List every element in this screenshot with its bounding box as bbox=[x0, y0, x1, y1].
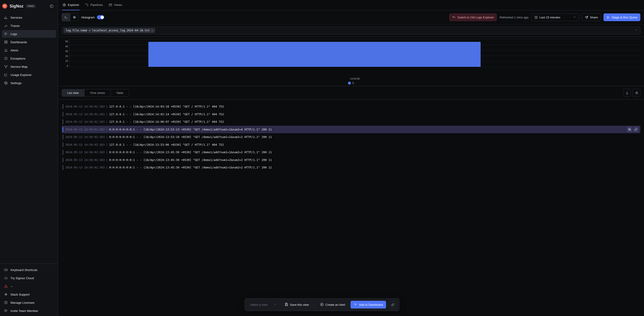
sidebar-item-services[interactable]: Services bbox=[2, 14, 56, 21]
undo-icon bbox=[452, 16, 456, 19]
sidebar-item-logs[interactable]: Logs bbox=[2, 30, 56, 38]
switch-old-explorer-button[interactable]: Switch to Old Logs Explorer bbox=[449, 13, 497, 21]
log-list[interactable]: 2024-05-13 14:56:02.563|127.0.0.1 - - [1… bbox=[58, 100, 644, 316]
log-row[interactable]: 2024-05-13 14:56:02.563|127.0.0.1 - - [1… bbox=[62, 103, 640, 110]
columns-settings-button[interactable] bbox=[632, 89, 640, 97]
log-link-button[interactable] bbox=[633, 127, 638, 132]
chart-plot-area[interactable] bbox=[70, 39, 640, 67]
sidebar-item-label: Invite Team Member bbox=[10, 309, 38, 313]
log-body: 0:0:0:0:0:0:0:1 - - [18/Apr/2024:13:45:3… bbox=[109, 166, 272, 169]
svg-point-0 bbox=[4, 6, 5, 6]
seg-list-view[interactable]: List view bbox=[62, 89, 84, 96]
log-row[interactable]: 2024-05-13 14:56:02.563|127.0.0.1 - - [1… bbox=[62, 118, 640, 126]
chart-bar[interactable] bbox=[148, 42, 480, 67]
sidebar-item-dashboards[interactable]: Dashboards bbox=[2, 38, 56, 46]
log-separator: | bbox=[105, 166, 109, 169]
sidebar-item-exceptions[interactable]: Exceptions bbox=[2, 54, 56, 62]
filter-input[interactable]: log.file.name = localhost_access_log.202… bbox=[62, 26, 640, 34]
log-row[interactable]: 2024-05-13 14:56:02.563|0:0:0:0:0:0:0:1 … bbox=[62, 126, 640, 133]
tab-explorer[interactable]: Explorer bbox=[62, 0, 80, 10]
tab-label: Pipelines bbox=[90, 3, 103, 6]
tab-views[interactable]: Views bbox=[108, 0, 123, 10]
sidebar-item-slack-support[interactable]: Slack Support bbox=[2, 291, 56, 298]
send-icon bbox=[585, 16, 588, 19]
sidebar-item-manage-licenses[interactable]: Manage Licenses bbox=[2, 299, 56, 307]
stage-run-button[interactable]: Stage & Run Query bbox=[604, 13, 640, 21]
seg-time-series[interactable]: Time series bbox=[84, 89, 110, 96]
button-label: Save this view bbox=[290, 303, 309, 307]
log-row[interactable]: 2024-05-13 14:56:02.563|0:0:0:0:0:0:0:1 … bbox=[62, 148, 640, 156]
svg-rect-24 bbox=[109, 4, 112, 6]
atom-icon bbox=[72, 15, 76, 19]
tab-pipelines[interactable]: Pipelines bbox=[85, 0, 103, 10]
search-mode-button[interactable] bbox=[62, 13, 70, 21]
add-to-dashboard-button[interactable]: Add to Dashboard bbox=[351, 301, 386, 309]
copy-icon bbox=[628, 128, 631, 131]
log-timestamp: 2024-05-13 14:56:02.563 bbox=[65, 158, 105, 162]
sidebar-item-version-warning[interactable]: -- bbox=[2, 282, 56, 290]
sidebar-item-usage-explorer[interactable]: Usage Explorer bbox=[2, 71, 56, 79]
histogram-toggle[interactable] bbox=[97, 15, 104, 19]
log-body: 0:0:0:0:0:0:0:1 - - [18/Apr/2024:13:53:1… bbox=[109, 128, 272, 131]
legend-label: A bbox=[352, 81, 354, 85]
scatter-icon bbox=[4, 24, 8, 27]
sidebar-item-traces[interactable]: Traces bbox=[2, 22, 56, 29]
copy-log-button[interactable] bbox=[627, 127, 632, 132]
copy-link-button[interactable] bbox=[389, 301, 396, 308]
create-alert-button[interactable]: Create an Alert bbox=[318, 301, 348, 308]
log-row[interactable]: 2024-05-13 14:56:02.563|127.0.0.1 - - [1… bbox=[62, 110, 640, 118]
keyboard-icon bbox=[4, 268, 8, 272]
play-icon bbox=[606, 16, 610, 19]
query-mode-group bbox=[62, 13, 78, 21]
view-switcher-row: List view Time series Table bbox=[58, 86, 644, 100]
bar-chart-icon bbox=[4, 16, 8, 19]
brand-name: SigNoz bbox=[10, 4, 24, 9]
sidebar-item-alerts[interactable]: Alerts bbox=[2, 46, 56, 54]
time-range-select[interactable]: Last 15 minutes bbox=[531, 13, 579, 21]
download-button[interactable] bbox=[623, 89, 631, 97]
seg-table[interactable]: Table bbox=[110, 89, 129, 96]
log-timestamp: 2024-05-13 14:56:02.563 bbox=[65, 143, 105, 146]
log-row[interactable]: 2024-05-13 14:56:02.563|0:0:0:0:0:0:0:1 … bbox=[62, 164, 640, 171]
log-separator: | bbox=[105, 128, 109, 131]
sidebar-item-service-map[interactable]: Service Map bbox=[2, 63, 56, 70]
chip-remove-icon[interactable]: ✕ bbox=[151, 29, 153, 32]
svg-rect-8 bbox=[6, 42, 7, 43]
log-timestamp: 2024-05-13 14:56:02.563 bbox=[65, 150, 105, 154]
log-separator: | bbox=[105, 143, 109, 146]
sidebar-item-invite-member[interactable]: Invite Team Member bbox=[2, 307, 56, 315]
log-body: 127.0.0.1 - - [18/Apr/2024:14:00:07 +053… bbox=[109, 120, 224, 123]
button-label: Add to Dashboard bbox=[359, 303, 383, 307]
log-row[interactable]: 2024-05-13 14:56:02.563|127.0.0.1 - - [1… bbox=[62, 141, 640, 149]
builder-mode-button[interactable] bbox=[70, 13, 78, 21]
svg-point-29 bbox=[637, 92, 638, 92]
select-view-dropdown[interactable]: Select a view bbox=[248, 302, 279, 308]
svg-point-4 bbox=[6, 26, 7, 26]
sidebar-item-keyboard-shortcuts[interactable]: Keyboard Shortcuts bbox=[2, 266, 56, 274]
chevron-down-icon[interactable] bbox=[635, 29, 638, 32]
filter-chip[interactable]: log.file.name = localhost_access_log.202… bbox=[64, 28, 155, 33]
sidebar-item-label: Dashboards bbox=[10, 40, 27, 44]
share-button[interactable]: Share bbox=[582, 13, 601, 21]
chevron-down-icon bbox=[274, 303, 277, 307]
sidebar-item-label: Usage Explorer bbox=[10, 73, 32, 77]
chart-x-axis-label: 14:56:00 bbox=[62, 77, 640, 80]
floating-action-bar: Select a view Save this view Create an A… bbox=[244, 298, 399, 311]
log-body: 0:0:0:0:0:0:0:1 - - [18/Apr/2024:13:45:3… bbox=[109, 150, 272, 154]
primary-nav: Services Traces Logs Dashboards Alerts E… bbox=[0, 12, 58, 88]
svg-point-13 bbox=[6, 82, 6, 83]
time-range-label: Last 15 minutes bbox=[540, 16, 560, 19]
log-body: 0:0:0:0:0:0:0:1 - - [18/Apr/2024:13:53:1… bbox=[109, 135, 272, 139]
chevron-down-icon bbox=[573, 15, 576, 19]
sidebar-item-try-cloud[interactable]: Try Signoz Cloud bbox=[2, 274, 56, 282]
svg-rect-14 bbox=[4, 269, 7, 271]
log-row[interactable]: 2024-05-13 14:56:02.563|0:0:0:0:0:0:0:1 … bbox=[62, 133, 640, 141]
log-separator: | bbox=[105, 120, 109, 123]
collapse-sidebar-button[interactable] bbox=[49, 3, 54, 9]
save-view-button[interactable]: Save this view bbox=[282, 301, 311, 308]
sidebar-item-settings[interactable]: Settings bbox=[2, 79, 56, 87]
button-label: Create an Alert bbox=[326, 303, 345, 307]
secondary-nav: Keyboard Shortcuts Try Signoz Cloud -- S… bbox=[0, 265, 58, 316]
sidebar-item-label: Exceptions bbox=[10, 57, 26, 60]
log-row[interactable]: 2024-05-13 14:56:02.563|0:0:0:0:0:0:0:1 … bbox=[62, 156, 640, 164]
